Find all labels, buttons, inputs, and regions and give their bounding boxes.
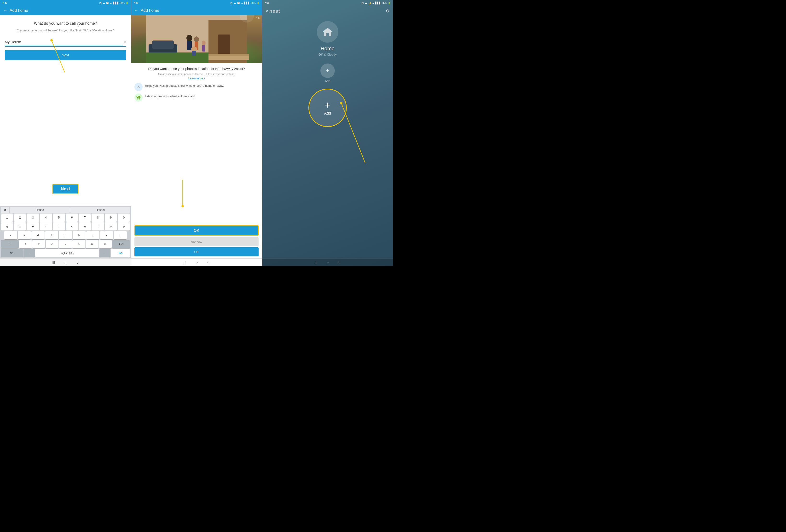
kbd-v[interactable]: v (59, 240, 72, 248)
kbd-6[interactable]: 6 (66, 213, 78, 222)
cloud-icon: ☁ (102, 2, 105, 4)
panel2-app-bar: ← Add home (131, 6, 262, 15)
kbd-9[interactable]: 9 (105, 213, 117, 222)
kbd-suggestion-2[interactable]: Housel (70, 207, 130, 213)
kbd-j[interactable]: j (86, 231, 99, 239)
kbd-4[interactable]: 4 (40, 213, 52, 222)
kbd-e[interactable]: e (27, 223, 39, 231)
kbd-go[interactable]: Go (111, 249, 130, 257)
signal-icon: ▋▋▋ (113, 2, 119, 4)
p3-nav-back-icon[interactable]: < (339, 260, 341, 264)
ok-button-bottom[interactable]: OK (134, 247, 259, 256)
ok-button-highlight[interactable]: OK (134, 225, 259, 236)
nav-home-icon[interactable]: ○ (65, 260, 66, 264)
kbd-0[interactable]: 0 (118, 213, 130, 222)
kbd-3[interactable]: 3 (27, 213, 39, 222)
panel1-back-button[interactable]: ← (3, 8, 7, 13)
add-big-label: Add (324, 111, 331, 116)
panel2-question-sub: Already using another phone? Choose OK t… (134, 72, 259, 76)
kbd-c[interactable]: c (46, 240, 59, 248)
kbd-b[interactable]: b (72, 240, 85, 248)
p2-nav-menu-icon[interactable]: ||| (184, 260, 186, 264)
panel1-heading: What do you want to call your home? (5, 21, 126, 26)
battery-label: 96% (120, 2, 124, 4)
kbd-t[interactable]: t (53, 223, 65, 231)
p2-battery-label: 95% (251, 2, 256, 4)
feature1-icon: ⌂ (134, 83, 143, 91)
kbd-asdf-row: a s d f g h j k l (1, 231, 130, 239)
kbd-number-row: 1 2 3 4 5 6 7 8 9 0 (1, 213, 130, 222)
kbd-8[interactable]: 8 (92, 213, 104, 222)
settings-icon[interactable]: ⚙ (386, 8, 390, 14)
kbd-k[interactable]: k (100, 231, 113, 239)
kbd-d[interactable]: d (31, 231, 45, 239)
nav-back-icon[interactable]: ∨ (76, 260, 78, 264)
kbd-7[interactable]: 7 (78, 213, 91, 222)
kbd-q[interactable]: q (1, 223, 13, 231)
kbd-1[interactable]: 1 (1, 213, 13, 222)
kbd-r[interactable]: r (40, 223, 52, 231)
clear-input-button[interactable]: × (122, 40, 126, 45)
battery-icon: 🔋 (125, 2, 129, 4)
kbd-qwerty-row: q w e r t y u i o p (1, 223, 130, 231)
p3-wifi-icon: ▲ (372, 2, 374, 4)
kbd-h[interactable]: h (73, 231, 86, 239)
kbd-special[interactable]: !#1 (1, 249, 23, 257)
kbd-u[interactable]: u (78, 223, 91, 231)
kbd-s[interactable]: s (18, 231, 31, 239)
kbd-z[interactable]: z (19, 240, 32, 248)
p3-nav-home-icon[interactable]: ○ (327, 260, 329, 264)
p2-clock-icon: 🕐 (237, 2, 240, 4)
svg-point-14 (202, 41, 206, 45)
nest-title: nest (269, 8, 386, 14)
panel1-content: What do you want to call your home? Choo… (0, 15, 131, 206)
kbd-period[interactable]: . (99, 249, 111, 257)
kbd-space[interactable]: English (US) (35, 249, 99, 257)
kbd-w[interactable]: w (14, 223, 26, 231)
kbd-emoji-key[interactable]: ↺ (1, 207, 9, 213)
svg-rect-6 (204, 56, 249, 60)
kbd-backspace[interactable]: ⌫ (112, 240, 130, 248)
learn-more-link[interactable]: Learn more › (134, 77, 259, 80)
kbd-m[interactable]: m (99, 240, 112, 248)
kbd-shift[interactable]: ⇧ (1, 240, 19, 248)
panel1-subtext: Choose a name that will be useful to you… (5, 28, 126, 32)
p2-nav-back-icon[interactable]: < (208, 260, 209, 264)
kbd-2[interactable]: 2 (14, 213, 26, 222)
notification-icon: 🖼 (99, 2, 101, 4)
kbd-n[interactable]: n (86, 240, 98, 248)
kbd-l[interactable]: l (114, 231, 127, 239)
panel1-input-row[interactable]: × (5, 39, 126, 47)
panel2-back-button[interactable]: ← (134, 8, 138, 13)
svg-point-16 (191, 46, 197, 51)
dropdown-icon[interactable]: ∨ (265, 9, 269, 14)
p3-notification-icon: 🖼 (361, 2, 364, 4)
not-now-button[interactable]: Not now (134, 237, 259, 246)
clock-icon: 🕐 (106, 2, 109, 4)
panel2-content: Do you want to use your phone's location… (131, 63, 262, 225)
add-small-plus-icon: + (326, 68, 329, 74)
kbd-y[interactable]: y (66, 223, 78, 231)
kbd-5[interactable]: 5 (53, 213, 65, 222)
p3-nav-menu-icon[interactable]: ||| (315, 260, 317, 264)
kbd-o[interactable]: o (105, 223, 117, 231)
svg-rect-9 (146, 52, 208, 63)
add-big-button[interactable]: + Add (308, 89, 347, 127)
kbd-f[interactable]: f (45, 231, 58, 239)
kbd-g[interactable]: g (59, 231, 72, 239)
kbd-x[interactable]: x (32, 240, 45, 248)
home-name-input[interactable] (5, 40, 122, 45)
p2-notification-icon: 🖼 (230, 2, 233, 4)
feature-row-2: 🌿 Lets your products adjust automaticall… (134, 93, 259, 101)
kbd-comma[interactable]: , (23, 249, 35, 257)
kbd-i[interactable]: i (92, 223, 104, 231)
kbd-suggestion-1[interactable]: House (10, 207, 70, 213)
kbd-p[interactable]: p (118, 223, 130, 231)
kbd-a[interactable]: a (4, 231, 17, 239)
p2-nav-home-icon[interactable]: ○ (196, 260, 198, 264)
panel1-nav-bar: ||| ○ ∨ (0, 258, 131, 266)
add-small-button[interactable]: + (320, 64, 335, 78)
nav-menu-icon[interactable]: ||| (52, 260, 55, 264)
next-button-top[interactable]: Next (5, 50, 126, 60)
panel2-app-title: Add home (141, 8, 259, 13)
